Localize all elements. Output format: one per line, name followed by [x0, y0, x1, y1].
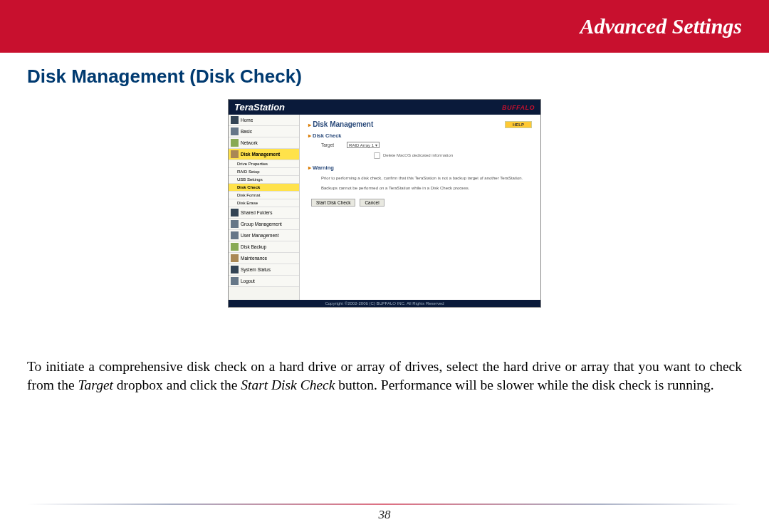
- desc-b: dropbox and click the: [113, 377, 241, 392]
- nav-user-management[interactable]: User Management: [229, 230, 299, 241]
- footer-rule: [27, 504, 742, 505]
- panel-title: Disk Management: [308, 120, 373, 128]
- nav-logout[interactable]: Logout: [229, 276, 299, 287]
- nav-disk-management[interactable]: Disk Management: [229, 149, 299, 160]
- nav-disk-erase[interactable]: Disk Erase: [229, 199, 299, 207]
- nav-home[interactable]: Home: [229, 115, 299, 126]
- checkbox-label: Delete MacOS dedicated information: [383, 153, 453, 157]
- nav-usb-settings[interactable]: USB Settings: [229, 176, 299, 184]
- help-button[interactable]: HELP: [505, 121, 532, 128]
- terastation-screenshot: TeraStation BUFFALO Home Basic Network D…: [228, 99, 541, 308]
- target-label: Target: [321, 142, 334, 147]
- ss-main: Home Basic Network Disk Management Drive…: [229, 115, 540, 300]
- page-body: Disk Management (Disk Check) TeraStation…: [0, 53, 769, 395]
- nav-drive-properties[interactable]: Drive Properties: [229, 160, 299, 168]
- warning-text-2: Backups cannot be performed on a TeraSta…: [321, 185, 532, 191]
- banner-title: Advanced Settings: [580, 14, 742, 38]
- ss-footer: Copyright ©2002-2006 (C) BUFFALO INC. Al…: [229, 300, 540, 307]
- nav-disk-format[interactable]: Disk Format: [229, 192, 299, 199]
- sidebar: Home Basic Network Disk Management Drive…: [229, 115, 300, 300]
- panel-head: Disk Management HELP: [308, 120, 532, 128]
- warning-text-1: Prior to performing a disk check, confir…: [321, 175, 532, 181]
- ss-header: TeraStation BUFFALO: [229, 100, 540, 115]
- start-disk-check-button[interactable]: Start Disk Check: [311, 199, 355, 207]
- nav-network[interactable]: Network: [229, 137, 299, 149]
- nav-raid-setup[interactable]: RAID Setup: [229, 168, 299, 176]
- nav-disk-check[interactable]: Disk Check: [229, 184, 299, 192]
- brand-name: TeraStation: [234, 102, 285, 113]
- ss-content: Disk Management HELP Disk Check Target R…: [300, 115, 540, 300]
- checkbox-row: Delete MacOS dedicated information: [372, 151, 532, 160]
- subhead-warning: Warning: [308, 165, 532, 171]
- buffalo-logo: BUFFALO: [502, 104, 535, 111]
- nav-disk-backup[interactable]: Disk Backup: [229, 241, 299, 253]
- brand: TeraStation: [234, 102, 285, 113]
- nav-maintenance[interactable]: Maintenance: [229, 253, 299, 264]
- subhead-diskcheck: Disk Check: [308, 132, 532, 139]
- screenshot-container: TeraStation BUFFALO Home Basic Network D…: [27, 99, 742, 308]
- desc-c: button. Performance will be slower while…: [335, 377, 713, 392]
- delete-macos-checkbox[interactable]: [374, 152, 380, 159]
- target-select[interactable]: RAID Array 1 ▾: [347, 142, 380, 148]
- desc-startbtn-italic: Start Disk Check: [241, 377, 335, 392]
- desc-target-italic: Target: [78, 377, 113, 392]
- page-footer: 38: [0, 504, 769, 522]
- page-number: 38: [379, 508, 391, 521]
- description-paragraph: To initiate a comprehensive disk check o…: [27, 358, 742, 395]
- button-row: Start Disk Check Cancel: [311, 199, 532, 207]
- target-row: Target RAID Array 1 ▾: [321, 142, 532, 148]
- nav-shared-folders[interactable]: Shared Folders: [229, 207, 299, 219]
- nav-basic[interactable]: Basic: [229, 126, 299, 137]
- section-title: Disk Management (Disk Check): [27, 66, 742, 88]
- nav-group-management[interactable]: Group Management: [229, 219, 299, 230]
- nav-system-status[interactable]: System Status: [229, 264, 299, 276]
- header-banner: Advanced Settings: [0, 0, 769, 53]
- cancel-button[interactable]: Cancel: [360, 199, 384, 207]
